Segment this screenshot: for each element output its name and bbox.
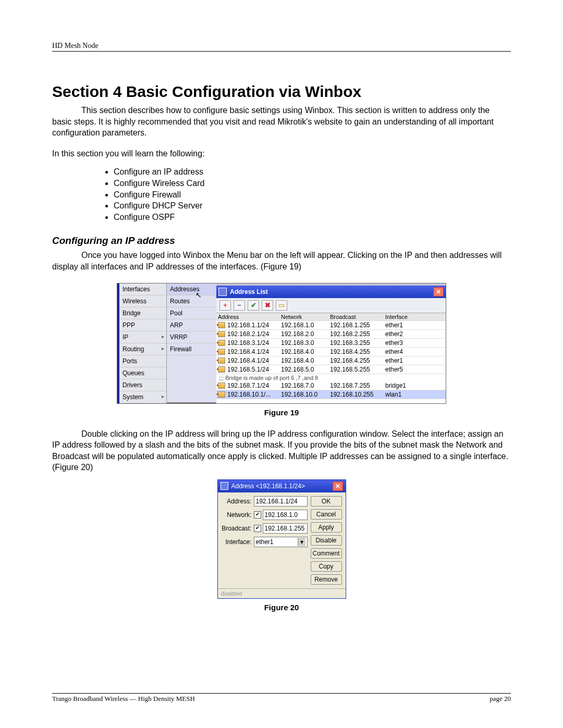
submenu-arrow-icon: ▸ (162, 393, 164, 399)
col-interface[interactable]: Interface (384, 313, 446, 320)
list-item: Configure OSPF (114, 212, 511, 223)
remove-icon[interactable]: − (234, 300, 245, 311)
menu-item-interfaces[interactable]: Interfaces (119, 283, 166, 295)
menu-item-wireless[interactable]: Wireless (119, 295, 166, 307)
broadcast-checkbox[interactable]: ✔ (254, 525, 261, 532)
submenu-arrow-icon: ▸ (162, 346, 164, 351)
ip-address-icon (218, 391, 225, 398)
table-row[interactable]: 192.168.2.1/24192.168.2.0192.168.2.255et… (216, 330, 446, 339)
bullet-list: Configure an IP address Configure Wirele… (52, 166, 511, 223)
ok-button[interactable]: OK (311, 496, 342, 507)
col-broadcast[interactable]: Broadcast (328, 313, 384, 320)
interface-select[interactable]: ether1 ▾ (254, 537, 308, 547)
network-label: Network: (222, 511, 252, 519)
window-title: Address List (230, 288, 268, 295)
copy-button[interactable]: Copy (311, 561, 342, 572)
submenu-item-routes[interactable]: Routes (167, 295, 216, 307)
menu-item-ppp[interactable]: PPP (119, 319, 166, 331)
remove-button[interactable]: Remove (311, 574, 342, 585)
table-row[interactable]: 192.168.5.1/24192.168.5.0192.168.5.255et… (216, 365, 446, 374)
table-row[interactable]: 192.168.10.1/...192.168.10.0192.168.10.2… (216, 390, 446, 399)
menu-item-ports[interactable]: Ports (119, 355, 166, 367)
table-row[interactable]: 192.168.1.1/24192.168.1.0192.168.1.255et… (216, 321, 446, 330)
address-field[interactable]: 192.168.1.1/24 (254, 496, 308, 507)
status-bar: disabled (218, 588, 346, 598)
chevron-down-icon[interactable]: ▾ (298, 538, 305, 546)
address-label: Address: (222, 498, 252, 505)
section-intro: This section describes how to configure … (52, 105, 511, 139)
section-title: Section 4 Basic Configuration via Winbox (52, 83, 511, 101)
ip-address-icon (218, 331, 225, 337)
apply-button[interactable]: Apply (311, 522, 342, 533)
dialog-titlebar[interactable]: Address <192.168.1.1/24> ✕ (218, 480, 346, 492)
submenu-item-vrrp[interactable]: VRRP (167, 331, 216, 343)
add-icon[interactable]: + (219, 300, 231, 311)
cancel-button[interactable]: Cancel (311, 509, 342, 520)
menu-item-ip[interactable]: IP▸ (119, 331, 166, 343)
list-item: Configure an IP address (114, 166, 511, 178)
subsection-text: Once you have logged into Winbox the Men… (52, 250, 511, 272)
table-row[interactable]: 192.168.4.1/24192.168.4.0192.168.4.255et… (216, 348, 446, 356)
submenu-arrow-icon: ▸ (162, 334, 164, 339)
close-icon[interactable]: ✕ (433, 287, 444, 297)
subsection-title: Configuring an IP address (52, 235, 511, 246)
network-field[interactable]: 192.168.1.0 (263, 510, 308, 520)
broadcast-field[interactable]: 192.168.1.255 (263, 523, 308, 534)
ip-address-icon (218, 357, 225, 364)
figure-20-address-dialog: Address <192.168.1.1/24> ✕ Address: 192.… (217, 479, 346, 599)
comment-icon[interactable]: ▭ (276, 300, 287, 311)
menu-item-queues[interactable]: Queues (119, 367, 166, 379)
figure-19-caption: Figure 19 (52, 408, 511, 417)
subsection-after-text: Double clicking on the IP address will b… (52, 428, 511, 473)
table-row[interactable]: 192.168.3.1/24192.168.3.0192.168.3.255et… (216, 339, 446, 348)
menu-item-drivers[interactable]: Drivers (119, 379, 166, 391)
footer-right: page 20 (489, 695, 511, 703)
network-checkbox[interactable]: ✔ (254, 511, 261, 519)
ip-address-icon (218, 349, 225, 355)
figure-20-caption: Figure 20 (52, 603, 511, 612)
figure-19-winbox: InterfacesWirelessBridgePPPIP▸Routing▸Po… (117, 283, 446, 404)
menu-item-routing[interactable]: Routing▸ (119, 343, 166, 355)
dialog-title: Address <192.168.1.1/24> (231, 483, 333, 490)
menu-item-bridge[interactable]: Bridge (119, 307, 166, 319)
page-header: HD Mesh Node (52, 42, 511, 52)
address-list-titlebar[interactable]: Address List ✕ (216, 286, 446, 298)
list-item: Configure Firewall (114, 189, 511, 201)
disable-button[interactable]: Disable (311, 535, 342, 546)
ip-address-icon (218, 322, 225, 328)
broadcast-label: Broadcast: (222, 525, 252, 532)
submenu-item-addresses[interactable]: Addresses↖ (167, 283, 216, 295)
address-list-toolbar: +−✔✖▭ (216, 298, 446, 313)
table-row[interactable]: 192.168.7.1/24192.168.7.0192.168.7.255br… (216, 381, 446, 390)
comment-button[interactable]: Comment (311, 548, 342, 559)
disable-icon[interactable]: ✖ (262, 300, 273, 311)
interface-label: Interface: (222, 538, 252, 546)
submenu-item-pool[interactable]: Pool (167, 307, 216, 319)
submenu-item-arp[interactable]: ARP (167, 319, 216, 331)
submenu-item-firewall[interactable]: Firewall (167, 343, 216, 355)
footer-left: Trango Broadband Wireless — High Density… (52, 695, 195, 703)
page-footer: Trango Broadband Wireless — High Density… (52, 693, 511, 703)
list-item: Configure DHCP Server (114, 200, 511, 212)
learn-lead: In this section you will learn the follo… (52, 148, 511, 159)
window-icon (218, 288, 227, 296)
table-row[interactable]: 192.168.4.1/24192.168.4.0192.168.4.255et… (216, 356, 446, 365)
ip-address-icon (218, 340, 225, 346)
address-table: Address Network Broadcast Interface 192.… (216, 313, 446, 403)
enable-icon[interactable]: ✔ (248, 300, 259, 311)
ip-address-icon (218, 366, 225, 373)
window-icon (221, 482, 228, 490)
col-address[interactable]: Address (216, 313, 279, 320)
list-item: Configure Wireless Card (114, 178, 511, 189)
ip-address-icon (218, 382, 225, 389)
ip-submenu: Addresses↖RoutesPoolARPVRRPFirewall (167, 283, 216, 403)
menu-item-system[interactable]: System▸ (119, 391, 166, 403)
main-menu: InterfacesWirelessBridgePPPIP▸Routing▸Po… (119, 283, 167, 403)
close-icon[interactable]: ✕ (333, 482, 343, 491)
bridge-comment-row: ;;; Bridge is made up of port 6 ,7 ,and … (216, 374, 446, 381)
col-network[interactable]: Network (279, 313, 328, 320)
